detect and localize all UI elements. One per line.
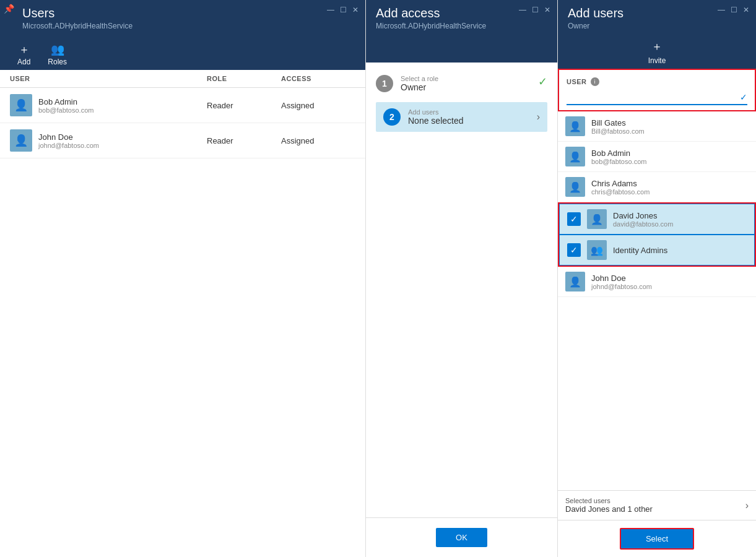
user-list-name: Chris Adams	[591, 179, 749, 188]
add-access-panel: — ☐ ✕ Add access Microsoft.ADHybridHealt…	[366, 0, 558, 557]
access-text: Assigned	[281, 101, 355, 110]
selected-label: Selected users	[565, 497, 653, 504]
avatar: 👤	[565, 147, 585, 166]
checkmark-icon: ✓	[567, 243, 581, 257]
user-info: 👤 John Doe johnd@fabtoso.com	[10, 129, 207, 152]
user-name: John Doe	[38, 132, 99, 142]
step1-item: 1 Select a role Owner ✓	[376, 75, 547, 92]
maximize-button3[interactable]: ☐	[729, 5, 739, 15]
user-email: bob@fabtoso.com	[38, 106, 93, 114]
selected-group: ✓ 👤 David Jones david@fabtoso.com ✓ 👥 Id…	[558, 202, 756, 267]
avatar: 👤	[10, 129, 32, 152]
step2-label: Add users	[408, 108, 529, 116]
step2-number: 2	[383, 108, 401, 126]
pin-icon: 📌	[4, 4, 14, 14]
minimize-button2[interactable]: —	[518, 5, 528, 15]
panel1-subtitle: Microsoft.ADHybridHealthService	[22, 22, 355, 30]
select-button[interactable]: Select	[620, 528, 694, 550]
user-list-info: David Jones david@fabtoso.com	[613, 211, 747, 228]
step1-check-icon: ✓	[538, 75, 547, 89]
step1-label: Select a role	[401, 75, 531, 82]
avatar: 👤	[565, 272, 585, 291]
step2-arrow-icon: ›	[537, 111, 540, 123]
window-controls2: — ☐ ✕	[518, 5, 552, 15]
minimize-button3[interactable]: —	[716, 5, 726, 15]
roles-icon: 👥	[51, 44, 64, 55]
access-footer: OK	[366, 517, 557, 557]
user-name: Bob Admin	[38, 97, 93, 106]
avatar: 👤	[565, 177, 585, 197]
access-header: — ☐ ✕ Add access Microsoft.ADHybridHealt…	[366, 0, 557, 63]
ok-button[interactable]: OK	[436, 528, 487, 547]
col-user: USER	[10, 75, 207, 82]
add-label: Add	[17, 58, 30, 66]
window-controls: — ☐ ✕	[326, 5, 360, 15]
user-list-name: John Doe	[591, 274, 749, 283]
close-button3[interactable]: ✕	[741, 5, 751, 15]
step2-item[interactable]: 2 Add users None selected ›	[376, 102, 547, 132]
panel2-subtitle: Microsoft.ADHybridHealthService	[376, 22, 547, 30]
select-btn-row: Select	[558, 520, 756, 557]
step2-value: None selected	[408, 116, 529, 126]
users-panel: 📌 — ☐ ✕ Users Microsoft.ADHybridHealthSe…	[0, 0, 366, 557]
footer-arrow-icon: ›	[745, 500, 749, 511]
search-input[interactable]	[567, 90, 740, 104]
user-list-email: bob@fabtoso.com	[591, 158, 749, 165]
add-users-panel: — ☐ ✕ Add users Owner ＋ Invite USER i ✓	[558, 0, 756, 557]
user-label: USER	[567, 78, 587, 85]
search-check-icon: ✓	[740, 92, 747, 102]
addusers-header: — ☐ ✕ Add users Owner ＋ Invite	[558, 0, 756, 69]
step1-content: Select a role Owner	[401, 75, 531, 92]
minimize-button[interactable]: —	[326, 5, 336, 15]
list-item[interactable]: ✓ 👤 David Jones david@fabtoso.com	[559, 204, 755, 235]
list-item[interactable]: 👤 John Doe johnd@fabtoso.com	[558, 267, 756, 297]
invite-icon: ＋	[651, 39, 663, 54]
user-list-info: Bill Gates Bill@fabtoso.com	[591, 118, 749, 135]
close-button2[interactable]: ✕	[542, 5, 552, 15]
maximize-button[interactable]: ☐	[338, 5, 348, 15]
user-list-name: Bob Admin	[591, 149, 749, 158]
user-list-email: chris@fabtoso.com	[591, 188, 749, 196]
add-icon: ＋	[19, 44, 30, 55]
panel3-subtitle: Owner	[568, 22, 746, 30]
close-button[interactable]: ✕	[350, 5, 360, 15]
info-icon: i	[591, 77, 599, 86]
user-list-email: johnd@fabtoso.com	[591, 283, 749, 290]
users-header: 📌 — ☐ ✕ Users Microsoft.ADHybridHealthSe…	[0, 0, 365, 70]
user-list-info: Bob Admin bob@fabtoso.com	[591, 149, 749, 165]
col-role: ROLE	[207, 75, 281, 82]
step1-number: 1	[376, 75, 393, 92]
list-item[interactable]: 👤 Bill Gates Bill@fabtoso.com	[558, 111, 756, 142]
access-text: Assigned	[281, 136, 355, 145]
invite-label: Invite	[648, 56, 666, 65]
user-list-info: John Doe johnd@fabtoso.com	[591, 274, 749, 290]
roles-label: Roles	[48, 58, 67, 66]
panel1-title: Users	[22, 6, 355, 20]
selected-users-info: Selected users David Jones and 1 other	[565, 497, 653, 514]
table-header: USER ROLE ACCESS	[0, 70, 365, 88]
users-list: 👤 Bill Gates Bill@fabtoso.com 👤 Bob Admi…	[558, 111, 756, 490]
steps-container: 1 Select a role Owner ✓ 2 Add users None…	[366, 63, 557, 517]
addusers-content: USER i ✓ 👤 Bill Gates Bill@fabtoso.com 👤	[558, 69, 756, 557]
roles-button[interactable]: 👥 Roles	[40, 40, 74, 70]
maximize-button2[interactable]: ☐	[530, 5, 540, 15]
selected-users-footer[interactable]: Selected users David Jones and 1 other ›	[558, 490, 756, 520]
list-item[interactable]: 👤 Chris Adams chris@fabtoso.com	[558, 172, 756, 202]
user-list-name: Bill Gates	[591, 118, 749, 127]
table-row[interactable]: 👤 Bob Admin bob@fabtoso.com Reader Assig…	[0, 88, 365, 123]
user-list-email: Bill@fabtoso.com	[591, 127, 749, 135]
user-list-info: Chris Adams chris@fabtoso.com	[591, 179, 749, 196]
step2-content: Add users None selected	[408, 108, 529, 126]
table-row[interactable]: 👤 John Doe johnd@fabtoso.com Reader Assi…	[0, 123, 365, 158]
users-table: 👤 Bob Admin bob@fabtoso.com Reader Assig…	[0, 88, 365, 158]
list-item[interactable]: 👤 Bob Admin bob@fabtoso.com	[558, 142, 756, 172]
user-list-name: David Jones	[613, 211, 747, 220]
list-item[interactable]: ✓ 👥 Identity Admins	[559, 235, 755, 266]
add-button[interactable]: ＋ Add	[10, 40, 38, 70]
user-search-area: USER i ✓	[558, 69, 756, 111]
checkmark-icon: ✓	[567, 212, 581, 226]
user-label-row: USER i	[567, 77, 747, 86]
col-access: ACCESS	[281, 75, 355, 82]
role-text: Reader	[207, 136, 281, 145]
selected-value: David Jones and 1 other	[565, 504, 653, 514]
